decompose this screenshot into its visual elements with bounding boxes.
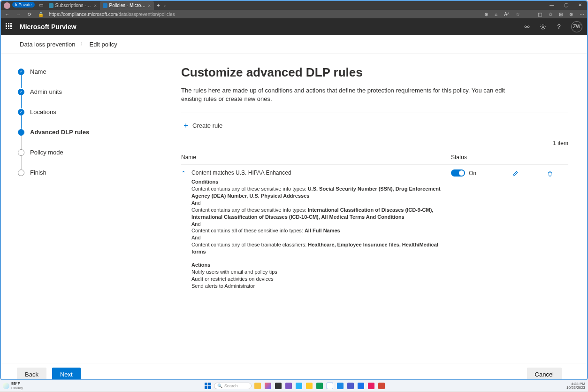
browser-tab[interactable]: Policies - Microsoft Purview × [100, 1, 154, 10]
column-header-name: Name [181, 154, 451, 161]
chevron-right-icon: 〉 [80, 41, 85, 47]
weather-icon [3, 383, 9, 389]
wizard-step-locations[interactable]: ✓Locations [18, 108, 160, 115]
system-tray-clock[interactable]: 4:28 PM 10/23/2023 [566, 382, 585, 390]
taskbar-app-icon[interactable] [358, 383, 364, 389]
back-button[interactable]: Back [17, 368, 46, 380]
taskbar-app-icon[interactable] [368, 383, 374, 389]
condition-connector: And [191, 221, 442, 228]
taskbar-app-icon[interactable] [265, 383, 271, 389]
condition-connector: And [191, 234, 442, 241]
taskbar-app-icon[interactable] [316, 383, 323, 389]
favicon-icon [103, 3, 107, 8]
app-title: Microsoft Purview [20, 23, 76, 31]
delete-trash-icon[interactable] [547, 170, 553, 177]
wizard-footer: Back Next Cancel [1, 363, 587, 380]
create-rule-button[interactable]: ＋ Create rule [181, 118, 568, 133]
more-icon[interactable]: ⋯ [580, 12, 584, 17]
tab-list-dropdown-icon[interactable]: ⌄ [163, 1, 170, 10]
action-line: Audit or restrict activities on devices [191, 276, 442, 283]
conditions-heading: Conditions [191, 179, 442, 184]
taskbar-app-icon[interactable] [296, 383, 302, 389]
plus-icon: ＋ [182, 121, 189, 131]
page-description: The rules here are made up of conditions… [181, 86, 519, 103]
zoom-icon[interactable]: ⊕ [484, 12, 488, 17]
wizard-step-policy-mode[interactable]: Policy mode [18, 149, 160, 156]
taskbar-app-icon[interactable] [306, 383, 313, 389]
wizard-step-finish[interactable]: Finish [18, 169, 160, 176]
taskbar-search[interactable]: 🔍 Search [214, 383, 252, 389]
tab-title: Subscriptions - Microsoft 365 a... [55, 3, 92, 8]
status-toggle[interactable] [451, 169, 465, 177]
edit-pencil-icon[interactable] [512, 170, 519, 177]
cancel-button[interactable]: Cancel [527, 368, 562, 380]
site-info-lock-icon[interactable]: 🔒 [38, 12, 44, 17]
rule-name: Content matches U.S. HIPAA Enhanced [191, 169, 442, 176]
taskbar-app-icon[interactable] [285, 383, 292, 389]
content-pane: Customize advanced DLP rules The rules h… [165, 54, 587, 363]
inprivate-badge: InPrivate [12, 2, 35, 8]
trial-icon[interactable] [523, 23, 531, 31]
taskbar-app-icon[interactable] [275, 383, 282, 389]
close-tab-icon[interactable]: × [94, 3, 97, 8]
new-tab-button[interactable]: + [154, 1, 163, 10]
forward-button: → [15, 12, 22, 17]
minimize-button[interactable]: ― [545, 1, 559, 10]
status-label: On [469, 170, 476, 177]
back-button[interactable]: ← [4, 12, 10, 17]
breadcrumb-item[interactable]: Data loss prevention [20, 41, 76, 48]
user-avatar[interactable]: ZW [571, 21, 582, 32]
check-icon: ✓ [18, 109, 24, 115]
check-icon: ✓ [18, 69, 24, 75]
breadcrumb-item: Edit policy [90, 41, 117, 48]
favorite-icon[interactable]: ☆ [516, 12, 520, 17]
read-aloud-icon[interactable]: Aᴬ [504, 12, 509, 17]
condition-line: Content contains all of these sensitive … [191, 227, 442, 234]
tab-title: Policies - Microsoft Purview [109, 3, 146, 8]
weather-widget[interactable]: 55°F Cloudy [3, 381, 23, 390]
taskbar-app-icon[interactable] [337, 383, 344, 389]
shopping-icon[interactable]: ⌂ [495, 12, 497, 17]
browser-tab[interactable]: Subscriptions - Microsoft 365 a... × [46, 1, 100, 10]
condition-line: Content contains any of these trainable … [191, 241, 442, 255]
extensions-icon[interactable]: ⊛ [569, 12, 573, 17]
next-button[interactable]: Next [52, 368, 81, 380]
taskbar-app-icon[interactable] [327, 383, 333, 389]
close-window-button[interactable]: ✕ [573, 1, 587, 10]
maximize-button[interactable]: ▢ [559, 1, 573, 10]
collections-icon[interactable]: ⊞ [559, 12, 563, 17]
current-step-icon [18, 129, 24, 136]
svg-point-1 [527, 26, 529, 28]
wizard-nav: ✓Name ✓Admin units ✓Locations Advanced D… [1, 54, 165, 363]
actions-heading: Actions [191, 262, 442, 268]
tab-actions-icon[interactable]: ▭ [37, 1, 46, 10]
breadcrumb: Data loss prevention 〉 Edit policy [1, 35, 587, 54]
close-tab-icon[interactable]: × [148, 3, 151, 8]
browser-chrome: InPrivate ▭ Subscriptions - Microsoft 36… [1, 1, 587, 18]
svg-point-0 [525, 26, 527, 28]
action-line: Notify users with email and policy tips [191, 269, 442, 276]
condition-connector: And [191, 200, 442, 207]
search-icon: 🔍 [217, 384, 222, 388]
app-launcher-icon[interactable] [6, 23, 13, 31]
chevron-up-icon[interactable]: ⌃ [181, 169, 191, 177]
taskbar-app-icon[interactable] [254, 383, 261, 389]
taskbar-app-icon[interactable] [347, 383, 354, 389]
action-line: Send alerts to Administrator [191, 283, 442, 290]
split-screen-icon[interactable]: ◫ [538, 12, 542, 17]
wizard-step-name[interactable]: ✓Name [18, 68, 160, 75]
pending-step-icon [18, 149, 24, 156]
address-bar[interactable]: https://compliance.microsoft.com/datalos… [49, 12, 175, 17]
favorites-bar-icon[interactable]: ✩ [549, 12, 552, 17]
refresh-button[interactable]: ⟳ [26, 12, 33, 17]
wizard-step-advanced-rules[interactable]: Advanced DLP rules [18, 129, 160, 136]
settings-gear-icon[interactable] [539, 23, 547, 31]
svg-point-2 [542, 26, 544, 28]
condition-line: Content contains any of these sensitive … [191, 207, 442, 221]
taskbar-app-icon[interactable] [378, 383, 385, 389]
start-button[interactable] [205, 383, 211, 389]
help-icon[interactable]: ? [555, 23, 563, 31]
profile-avatar-icon[interactable] [4, 2, 10, 9]
page-title: Customize advanced DLP rules [181, 65, 568, 80]
wizard-step-admin-units[interactable]: ✓Admin units [18, 88, 160, 95]
